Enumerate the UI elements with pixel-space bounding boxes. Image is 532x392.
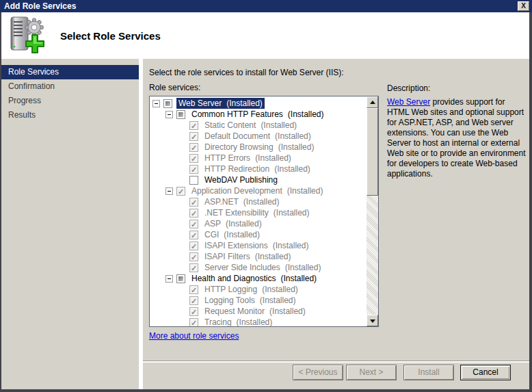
tree-item-label: Logging Tools [204,295,255,306]
window-title: Add Role Services [4,1,76,11]
tree-row[interactable]: HTTP Errors(Installed) [150,153,366,164]
tree-row[interactable]: ASP(Installed) [150,218,366,229]
tree-item-label: HTTP Redirection [204,164,269,174]
installed-badge: (Installed) [260,295,296,306]
checked-checkbox [189,132,198,141]
mixed-checkbox[interactable] [176,110,185,119]
installed-badge: (Installed) [261,120,297,131]
scroll-up-icon[interactable] [367,96,378,108]
description-heading: Description: [387,83,529,93]
checked-checkbox [189,198,198,207]
tree-item-label: Request Monitor [204,306,265,317]
sidebar-item-results[interactable]: Results [1,108,139,122]
tree-row[interactable]: HTTP Logging(Installed) [150,284,366,295]
installed-badge: (Installed) [226,218,262,229]
add-role-services-dialog: Add Role Services X [0,0,532,392]
tree-row[interactable]: WebDAV Publishing [150,174,366,185]
collapse-minus-icon[interactable] [165,111,173,118]
server-add-role-icon [8,16,49,55]
tree-row[interactable]: Web Server(Installed) [150,98,366,109]
tree-row[interactable]: ASP.NET(Installed) [150,196,366,207]
title-bar: Add Role Services X [0,0,532,12]
tree-rows: Web Server(Installed)Common HTTP Feature… [150,98,366,327]
more-about-role-services-link[interactable]: More about role services [149,331,239,341]
role-services-tree: Web Server(Installed)Common HTTP Feature… [149,96,379,327]
tree-row[interactable]: Logging Tools(Installed) [150,295,366,306]
installed-badge: (Installed) [274,207,310,218]
installed-badge: (Installed) [237,317,273,327]
tree-item-label: Health and Diagnostics [191,273,276,284]
checked-checkbox [189,165,198,174]
tree-row[interactable]: CGI(Installed) [150,229,366,240]
footer-separator [143,361,529,363]
content-area: Select the role services to install for … [143,59,529,361]
tree-row[interactable]: Health and Diagnostics(Installed) [150,273,366,284]
mixed-checkbox[interactable] [176,274,185,283]
description-body: Web Server provides support for HTML Web… [387,97,529,179]
wizard-header: Select Role Services [1,12,529,59]
installed-badge: (Installed) [274,164,310,174]
tree-item-label: ASP [204,218,221,229]
window-border-left [0,12,1,392]
tree-item-label: ISAPI Extensions [204,240,268,251]
window-border-bottom [0,389,532,392]
collapse-minus-icon[interactable] [165,275,173,283]
close-icon[interactable]: X [518,1,529,11]
tree-item-label: Tracing [204,317,232,327]
tree-row[interactable]: HTTP Redirection(Installed) [150,164,366,174]
tree-row[interactable]: Tracing(Installed) [150,317,366,327]
installed-badge: (Installed) [275,131,311,142]
tree-item-label: Web Server [178,98,222,109]
window-border-right [529,12,532,392]
wizard-steps-sidebar: Role ServicesConfirmationProgressResults [1,59,139,389]
previous-button: < Previous [293,365,343,380]
tree-item-label: Common HTTP Features [191,109,283,120]
mixed-checkbox[interactable] [163,99,172,108]
web-server-link[interactable]: Web Server [387,97,430,107]
collapse-minus-icon[interactable] [152,100,160,107]
tree-row[interactable]: Directory Browsing(Installed) [150,142,366,153]
tree-row[interactable]: Request Monitor(Installed) [150,306,366,317]
tree-row[interactable]: Static Content(Installed) [150,120,366,131]
tree-row[interactable]: Common HTTP Features(Installed) [150,109,366,120]
description-text: provides support for HTML Web sites and … [387,97,526,179]
tree-row[interactable]: Server Side Includes(Installed) [150,262,366,273]
tree-row[interactable]: ISAPI Extensions(Installed) [150,240,366,251]
installed-badge: (Installed) [273,240,309,251]
tree-item-label: Static Content [204,120,256,131]
tree-row[interactable]: .NET Extensibility(Installed) [150,207,366,218]
checked-checkbox [189,263,198,272]
checked-checkbox [189,252,198,261]
cancel-button[interactable]: Cancel [460,365,511,380]
checked-checkbox [189,143,198,152]
tree-item-label: Default Document [204,131,270,142]
tree-scrollbar[interactable] [367,96,378,326]
tree-item-label: Application Development [191,185,282,196]
tree-row[interactable]: Default Document(Installed) [150,131,366,142]
sidebar-item-role-services[interactable]: Role Services [1,65,139,79]
sidebar-item-progress[interactable]: Progress [1,94,139,108]
tree-row[interactable]: ISAPI Filters(Installed) [150,251,366,262]
next-button: Next > [346,365,397,380]
page-title: Select Role Services [60,30,161,42]
collapse-minus-icon[interactable] [165,187,173,195]
tree-item-label: CGI [204,229,219,240]
footer-buttons: < PreviousNext >InstallCancel [0,363,529,389]
checked-checkbox [189,241,198,250]
intro-text: Select the role services to install for … [149,68,344,77]
installed-badge: (Installed) [262,284,298,295]
install-button: Install [403,365,454,380]
unchecked-checkbox[interactable] [189,176,198,185]
scrollbar-thumb[interactable] [367,108,378,196]
tree-row[interactable]: Application Development(Installed) [150,185,366,196]
scroll-down-icon[interactable] [367,315,378,326]
checked-checkbox [189,220,198,228]
installed-badge: (Installed) [243,196,280,207]
sidebar-item-confirmation[interactable]: Confirmation [1,79,139,94]
tree-item-label: ASP.NET [204,196,239,207]
checked-checkbox [189,231,198,239]
installed-badge: (Installed) [288,109,324,120]
checked-checkbox [189,154,198,163]
installed-badge: (Installed) [280,273,317,284]
installed-badge: (Installed) [226,98,263,109]
